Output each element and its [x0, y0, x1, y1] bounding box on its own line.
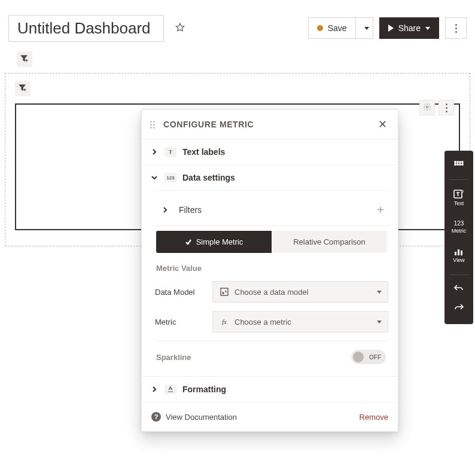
configure-metric-panel: CONFIGURE METRIC ✕ T Text labels 123 Dat…	[141, 109, 398, 432]
data-model-select[interactable]: Choose a data model	[212, 281, 388, 303]
unsaved-dot-icon	[317, 25, 323, 31]
segment-relative-comparison[interactable]: Relative Comparison	[272, 231, 387, 253]
section-formatting-toggle[interactable]: Formatting	[142, 377, 398, 402]
number-badge-icon: 123	[165, 173, 176, 182]
play-icon	[388, 25, 394, 32]
rail-separator	[449, 179, 468, 180]
undo-icon	[453, 283, 464, 293]
rail-metric-button[interactable]: 123 Metric	[447, 213, 471, 240]
widget-settings-button[interactable]	[419, 100, 435, 115]
save-label: Save	[328, 23, 347, 33]
section-label: Data settings	[182, 173, 235, 182]
drag-handle-icon[interactable]	[150, 121, 157, 129]
section-text-labels-toggle[interactable]: T Text labels	[142, 139, 398, 164]
rail-view-label: View	[453, 257, 464, 263]
save-button[interactable]: Save	[308, 17, 355, 39]
doc-label: View Documentation	[166, 413, 237, 422]
widget-more-button[interactable]	[439, 100, 454, 115]
text-add-icon	[453, 190, 464, 200]
segment-label: Relative Comparison	[293, 237, 366, 246]
segment-label: Simple Metric	[196, 237, 243, 246]
rail-grid-button[interactable]	[447, 157, 471, 173]
section-data-settings-toggle[interactable]: 123 Data settings	[142, 165, 398, 190]
metric-placeholder: Choose a metric	[235, 318, 291, 327]
save-button-group: Save	[308, 17, 373, 39]
svg-point-7	[459, 164, 461, 165]
share-label: Share	[398, 23, 421, 33]
funnel-plus-icon	[19, 84, 27, 94]
chevron-right-icon	[150, 148, 159, 156]
data-model-icon	[219, 286, 230, 297]
more-menu-button[interactable]	[445, 17, 467, 39]
toggle-state: OFF	[369, 354, 381, 361]
sparkline-row: Sparkline OFF	[155, 345, 388, 376]
share-button[interactable]: Share	[379, 17, 439, 39]
rail-metric-label: Metric	[452, 228, 467, 234]
section-label: Formatting	[182, 385, 226, 394]
chevron-right-icon	[161, 206, 169, 214]
metric-value-heading: Metric Value	[156, 264, 388, 273]
funnel-plus-icon	[20, 54, 29, 65]
panel-footer: ? View Documentation Remove	[142, 402, 398, 431]
remove-button[interactable]: Remove	[360, 413, 388, 422]
svg-rect-14	[221, 288, 228, 295]
section-data-settings: 123 Data settings Filters + Simple Metri…	[142, 165, 398, 377]
plus-icon: +	[377, 203, 384, 216]
redo-icon	[453, 303, 464, 312]
metric-type-segmented: Simple Metric Relative Comparison	[156, 231, 387, 253]
svg-point-1	[455, 161, 456, 163]
metric-select[interactable]: fx Choose a metric	[212, 311, 388, 332]
add-filter-button[interactable]: +	[373, 202, 388, 218]
svg-point-2	[457, 161, 458, 163]
sparkline-toggle[interactable]: OFF	[351, 350, 386, 364]
view-documentation-link[interactable]: ? View Documentation	[151, 412, 237, 422]
rail-undo-button[interactable]	[447, 280, 471, 297]
filters-subsection-toggle[interactable]: Filters +	[155, 194, 388, 225]
rail-text-label: Text	[454, 200, 464, 206]
caret-down-icon	[377, 321, 382, 324]
formatting-badge-icon	[165, 385, 176, 394]
text-badge-icon: T	[165, 147, 176, 157]
svg-point-3	[459, 161, 461, 163]
section-text-labels: T Text labels	[142, 139, 398, 165]
widget-add-filter-button[interactable]	[15, 81, 31, 96]
dots-vertical-icon	[446, 103, 447, 112]
metric-row: Metric fx Choose a metric	[155, 311, 388, 332]
section-formatting: Formatting	[142, 377, 398, 402]
svg-point-8	[462, 164, 463, 165]
save-dropdown-button[interactable]	[355, 17, 373, 39]
dots-vertical-icon	[455, 24, 457, 33]
widget-palette-rail: Text 123 Metric View	[444, 151, 473, 324]
rail-redo-button[interactable]	[447, 299, 471, 316]
toggle-knob-icon	[353, 352, 364, 362]
rail-text-button[interactable]: Text	[447, 185, 471, 211]
metric-label: Metric	[155, 318, 212, 327]
svg-point-5	[455, 164, 456, 165]
favorite-star-button[interactable]	[173, 22, 187, 35]
filters-label: Filters	[179, 205, 373, 215]
close-icon: ✕	[378, 118, 387, 131]
caret-down-icon	[425, 27, 430, 30]
widget-filter-row	[15, 81, 460, 96]
svg-point-0	[426, 106, 428, 108]
help-icon: ?	[151, 412, 161, 422]
caret-down-icon	[377, 291, 382, 294]
svg-rect-12	[458, 249, 459, 255]
segment-simple-metric[interactable]: Simple Metric	[156, 231, 272, 253]
panel-header: CONFIGURE METRIC ✕	[142, 110, 398, 139]
sparkline-label: Sparkline	[156, 353, 351, 362]
caret-down-icon	[364, 27, 369, 30]
header-bar: Untitled Dashboard Save Share	[0, 0, 475, 45]
svg-rect-13	[461, 251, 462, 255]
rail-metric-sub: 123	[454, 220, 464, 227]
rail-view-button[interactable]: View	[447, 242, 471, 268]
panel-close-button[interactable]: ✕	[375, 117, 389, 132]
add-filter-button[interactable]	[17, 51, 32, 67]
gear-icon	[423, 103, 431, 113]
chevron-down-icon	[150, 173, 159, 182]
dashboard-title-input[interactable]: Untitled Dashboard	[8, 15, 164, 42]
chevron-right-icon	[150, 385, 159, 393]
data-model-label: Data Model	[155, 288, 212, 297]
svg-point-15	[223, 292, 224, 294]
svg-point-4	[462, 161, 463, 163]
